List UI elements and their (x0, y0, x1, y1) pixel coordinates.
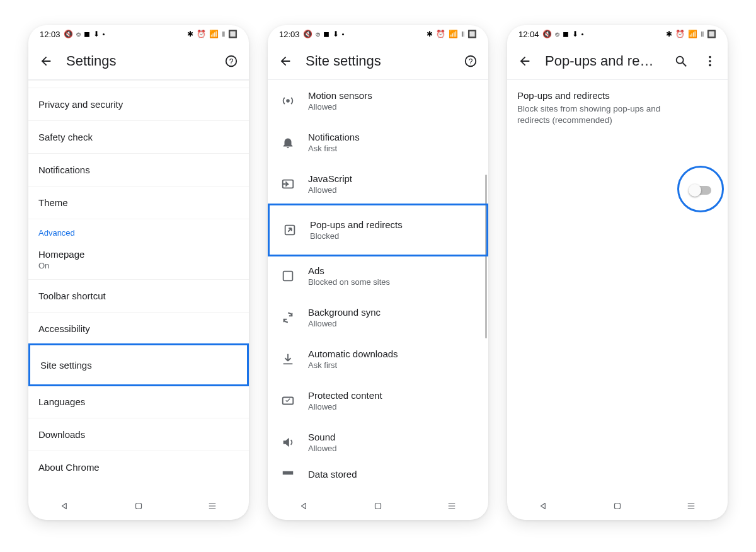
list-item-downloads[interactable]: Downloads (28, 418, 249, 451)
more-options-icon[interactable] (701, 52, 719, 70)
site-item-javascript[interactable]: JavaScriptAllowed (268, 163, 488, 205)
svg-point-21 (709, 60, 711, 62)
site-item-sub: Ask first (308, 360, 398, 370)
system-navbar (507, 492, 728, 520)
site-item-sound[interactable]: SoundAllowed (268, 422, 488, 463)
list-item-privacy[interactable]: Privacy and security (28, 88, 249, 120)
statusbar: 12:04 🔇 ⌾ ◼ ⬇ ✱ ⏰ 📶 ⫴ 🔲 (507, 25, 728, 43)
list-item-site-settings[interactable]: Site settings (30, 345, 247, 384)
site-item-auto-downloads[interactable]: Automatic downloadsAsk first (268, 338, 488, 380)
nav-recent[interactable] (685, 500, 697, 512)
nav-back[interactable] (537, 500, 550, 512)
list-item-toolbar-shortcut[interactable]: Toolbar shortcut (28, 279, 249, 312)
site-item-label: Ads (308, 265, 390, 276)
popups-content: Pop-ups and redirects Block sites from s… (507, 80, 728, 492)
alarm-icon: ⏰ (197, 30, 206, 38)
site-item-notifications[interactable]: NotificationsAsk first (268, 122, 488, 163)
help-icon[interactable]: ? (462, 52, 479, 70)
bell-icon (280, 135, 295, 150)
facebook-icon: ◼ (323, 30, 329, 38)
statusbar: 12:03 🔇 ⌾ ◼ ⬇ ✱ ⏰ 📶 ⫴ 🔲 (268, 25, 488, 43)
site-item-label: Notifications (308, 132, 360, 142)
whatsapp-icon: ⌾ (76, 30, 81, 38)
site-item-ads[interactable]: AdsBlocked on some sites (268, 255, 488, 297)
back-arrow-icon[interactable] (37, 52, 55, 70)
site-item-sub: Allowed (308, 319, 381, 328)
sound-icon (280, 435, 295, 450)
more-notifications-dot (342, 33, 344, 35)
site-item-data-stored-partial[interactable]: Data stored (268, 463, 488, 476)
list-item-safety-check[interactable]: Safety check (28, 120, 249, 153)
alarm-icon: ⏰ (675, 30, 685, 38)
facebook-icon: ◼ (563, 30, 569, 38)
notification-icon: ⬇ (572, 30, 578, 38)
search-icon[interactable] (672, 52, 690, 70)
svg-point-8 (286, 99, 290, 103)
list-item-label: Notifications (38, 164, 90, 175)
signal-icon: ⫴ (701, 30, 704, 38)
site-item-sub: Allowed (308, 102, 372, 112)
signal-icon: ⫴ (222, 30, 225, 38)
toggle-description: Block sites from showing pop-ups and red… (517, 103, 662, 126)
site-item-sub: Ask first (308, 144, 360, 153)
svg-rect-14 (375, 503, 381, 509)
back-arrow-icon[interactable] (277, 52, 294, 70)
nav-home[interactable] (372, 500, 384, 512)
nav-recent[interactable] (206, 500, 219, 512)
site-item-background-sync[interactable]: Background syncAllowed (268, 297, 488, 338)
mute-icon: 🔇 (64, 30, 73, 38)
bluetooth-icon: ✱ (666, 30, 672, 38)
battery-icon: 🔲 (467, 30, 477, 38)
list-item-label: Accessibility (38, 323, 90, 334)
nav-back[interactable] (59, 500, 71, 512)
nav-home[interactable] (611, 500, 624, 512)
highlight-circle (677, 166, 724, 212)
battery-icon: 🔲 (228, 30, 238, 38)
nav-recent[interactable] (445, 500, 458, 512)
svg-rect-23 (614, 503, 620, 509)
popups-toggle-row: Pop-ups and redirects Block sites from s… (507, 80, 728, 136)
site-item-label: Data stored (308, 469, 357, 480)
highlight-popups: Pop-ups and redirectsBlocked (268, 204, 488, 256)
list-item-label: About Chrome (38, 462, 100, 473)
svg-rect-13 (283, 471, 294, 475)
list-item-notifications[interactable]: Notifications (28, 153, 249, 186)
list-item-label: Site settings (40, 360, 92, 371)
site-item-label: Pop-ups and redirects (310, 219, 403, 230)
bluetooth-icon: ✱ (187, 30, 193, 38)
list-item-label: Downloads (38, 429, 85, 440)
site-item-popups-redirects[interactable]: Pop-ups and redirectsBlocked (270, 205, 486, 255)
popups-toggle-switch[interactable] (690, 186, 711, 195)
svg-line-19 (683, 63, 687, 67)
ads-icon (280, 268, 295, 284)
nav-back[interactable] (298, 500, 311, 512)
page-title: Pop-ups and redir... (545, 53, 661, 69)
list-item-homepage[interactable]: Homepage On (28, 240, 249, 279)
system-navbar (28, 492, 249, 520)
help-icon[interactable]: ? (222, 52, 240, 70)
list-item-sub: On (38, 261, 49, 270)
site-item-label: Automatic downloads (308, 348, 398, 359)
page-title: Settings (66, 53, 211, 69)
signal-icon: ⫴ (461, 30, 464, 38)
list-item-accessibility[interactable]: Accessibility (28, 312, 249, 345)
list-item-theme[interactable]: Theme (28, 186, 249, 219)
system-navbar (268, 492, 488, 520)
back-arrow-icon[interactable] (516, 52, 534, 70)
site-item-sub: Allowed (308, 444, 337, 453)
list-item-label: Homepage (38, 249, 84, 260)
site-item-protected-content[interactable]: Protected contentAllowed (268, 380, 488, 422)
site-item-label: Motion sensors (308, 90, 372, 101)
protected-icon (280, 393, 295, 408)
list-item-about-chrome[interactable]: About Chrome (28, 451, 249, 483)
mute-icon: 🔇 (303, 30, 312, 38)
sensor-icon (280, 93, 295, 108)
site-item-motion-sensors[interactable]: Motion sensorsAllowed (268, 80, 488, 122)
phone-screen-settings: 12:03 🔇 ⌾ ◼ ⬇ ✱ ⏰ 📶 ⫴ 🔲 Settings ? Priva… (28, 25, 249, 520)
phone-screen-site-settings: 12:03 🔇 ⌾ ◼ ⬇ ✱ ⏰ 📶 ⫴ 🔲 Site settings ? … (268, 25, 488, 520)
bluetooth-icon: ✱ (427, 30, 433, 38)
nav-home[interactable] (132, 500, 145, 512)
svg-text:?: ? (229, 57, 234, 66)
list-item-languages[interactable]: Languages (28, 385, 249, 418)
switch-knob (689, 184, 701, 197)
